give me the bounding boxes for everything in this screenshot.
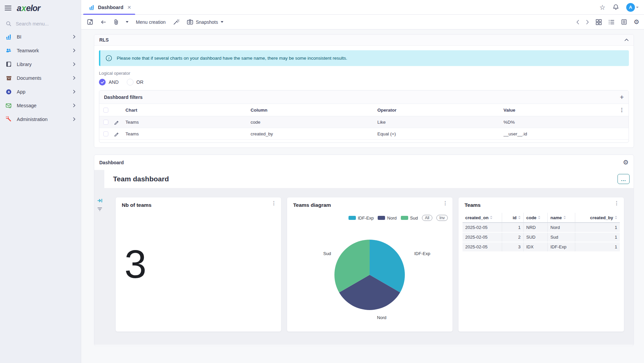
pie-label-sud: Sud xyxy=(323,251,331,256)
sidebar-item-library[interactable]: Library xyxy=(0,57,81,71)
wizard-button[interactable] xyxy=(173,19,179,25)
cell-value: __user__.id xyxy=(503,131,615,136)
hamburger-menu-icon[interactable] xyxy=(5,6,11,10)
cell-column: code xyxy=(251,120,377,125)
prev-record-button[interactable] xyxy=(576,20,579,24)
cell-chart: Teams xyxy=(125,131,251,136)
attachment-button[interactable] xyxy=(114,19,118,25)
board-more-button[interactable]: ... xyxy=(618,174,630,184)
sidebar-item-app[interactable]: a App xyxy=(0,85,81,99)
svg-text:a: a xyxy=(8,90,10,94)
pie-chart[interactable]: Sud IDF-Exp Nord xyxy=(287,224,453,328)
radio-and[interactable]: AND xyxy=(99,79,119,85)
cell-operator: Equal (=) xyxy=(377,131,503,136)
sidebar-item-documents[interactable]: Documents xyxy=(0,71,81,85)
chevron-right-icon xyxy=(73,62,75,66)
th-name[interactable]: name xyxy=(548,213,575,222)
save-button[interactable] xyxy=(87,19,93,25)
tab-dashboard[interactable]: Dashboard × xyxy=(81,0,137,15)
dashlet-menu-button[interactable]: ⋮ xyxy=(271,202,276,204)
pie-label-idf-exp: IDF-Exp xyxy=(414,251,430,256)
dashlet-menu-button[interactable]: ⋮ xyxy=(443,202,448,204)
filter-icon[interactable] xyxy=(97,207,102,211)
legend-swatch xyxy=(348,216,356,220)
row-checkbox[interactable] xyxy=(103,120,108,125)
sidebar-item-label: BI xyxy=(17,34,73,40)
th-created-by[interactable]: created_by xyxy=(575,213,620,222)
chevron-right-icon xyxy=(73,49,75,52)
sort-icon xyxy=(615,216,617,219)
legend-item[interactable]: Nord xyxy=(378,216,396,221)
legend-item[interactable]: Sud xyxy=(401,216,418,221)
radio-checked-icon xyxy=(99,79,106,85)
save-icon xyxy=(87,19,93,25)
menu-creation-button[interactable]: Menu creation xyxy=(136,19,166,25)
app-window: axelor BI Teamwork Library xyxy=(0,0,644,363)
teams-table: created_on id code name created_by 2025-… xyxy=(463,213,620,252)
notifications-button[interactable] xyxy=(613,4,619,10)
list-view-button[interactable] xyxy=(608,19,614,25)
next-record-button[interactable] xyxy=(586,20,589,24)
cell-value: %D% xyxy=(503,120,615,125)
column-header-value[interactable]: Value xyxy=(503,108,615,113)
teams-table-header: created_on id code name created_by xyxy=(463,213,620,223)
legend-all-button[interactable]: All xyxy=(422,215,432,221)
form-view-button[interactable] xyxy=(621,19,627,25)
more-actions-dropdown[interactable] xyxy=(126,21,128,23)
sidebar-item-message[interactable]: @ Message xyxy=(0,99,81,112)
select-all-checkbox[interactable] xyxy=(103,108,108,113)
svg-text:i: i xyxy=(108,56,109,60)
grid-view-button[interactable] xyxy=(596,19,602,25)
th-code[interactable]: code xyxy=(524,213,548,222)
table-row[interactable]: 2025-02-05 1 NRD Nord 1 xyxy=(463,223,620,233)
th-created-on[interactable]: created_on xyxy=(463,213,502,222)
dashboard-settings-button[interactable]: ⚙ xyxy=(623,159,629,166)
search-input[interactable] xyxy=(16,21,69,26)
favorite-star-button[interactable]: ☆ xyxy=(599,3,605,11)
collapse-panel-button[interactable] xyxy=(625,39,629,41)
column-header-operator[interactable]: Operator xyxy=(377,108,503,113)
edit-pencil-icon[interactable] xyxy=(114,120,119,125)
sidebar-item-teamwork[interactable]: Teamwork xyxy=(0,44,81,57)
sidebar-item-administration[interactable]: Administration xyxy=(0,112,81,126)
th-id[interactable]: id xyxy=(502,213,524,222)
sidebar-item-label: Documents xyxy=(17,75,73,81)
settings-button[interactable]: ⚙ xyxy=(634,19,639,25)
table-row[interactable]: 2025-02-05 3 IDX IDF-Exp 1 xyxy=(463,242,620,252)
content-area: RLS i Please note that if several charts… xyxy=(81,29,644,363)
magic-wand-icon xyxy=(173,19,179,25)
bar-chart-icon xyxy=(89,4,95,10)
row-checkbox[interactable] xyxy=(103,131,108,136)
sidebar-item-label: Administration xyxy=(17,117,73,122)
close-tab-icon[interactable]: × xyxy=(127,4,132,10)
rls-panel-title: RLS xyxy=(99,37,109,43)
sidebar-item-label: App xyxy=(17,89,73,95)
sort-icon xyxy=(490,216,492,219)
columns-menu-button[interactable]: ⋮ xyxy=(615,109,629,111)
filter-row[interactable]: Teams code Like %D% xyxy=(99,116,629,128)
sort-icon xyxy=(518,216,521,219)
snapshots-dropdown[interactable]: Snapshots xyxy=(187,19,223,25)
dashlet-title: Teams diagram xyxy=(293,202,331,208)
edit-pencil-icon[interactable] xyxy=(114,131,119,136)
chevron-right-icon xyxy=(73,104,75,107)
filters-title: Dashboard filters xyxy=(104,95,143,100)
alert-text: Please note that if several charts on yo… xyxy=(117,56,347,61)
sort-icon xyxy=(564,216,566,219)
back-button[interactable] xyxy=(100,19,106,25)
column-header-chart[interactable]: Chart xyxy=(125,108,251,113)
chevron-right-icon xyxy=(73,90,75,94)
user-menu[interactable]: A xyxy=(626,3,639,12)
table-row[interactable]: 2025-02-05 2 SUD Sud 1 xyxy=(463,233,620,242)
add-filter-button[interactable]: + xyxy=(620,94,624,101)
expand-filters-icon[interactable] xyxy=(97,198,103,203)
filter-row[interactable]: Teams created_by Equal (=) __user__.id xyxy=(99,128,629,140)
legend-inv-button[interactable]: Inv xyxy=(436,215,448,221)
legend-item[interactable]: IDF-Exp xyxy=(348,216,374,221)
column-header-column[interactable]: Column xyxy=(251,108,377,113)
indicator-value: 3 xyxy=(124,244,147,284)
radio-or[interactable]: OR xyxy=(127,79,144,85)
dashlet-menu-button[interactable]: ⋮ xyxy=(614,202,619,204)
dashboard-panel: Dashboard ⚙ Team dashboard ... Nb of tea… xyxy=(94,155,634,346)
sidebar-item-bi[interactable]: BI xyxy=(0,30,81,44)
